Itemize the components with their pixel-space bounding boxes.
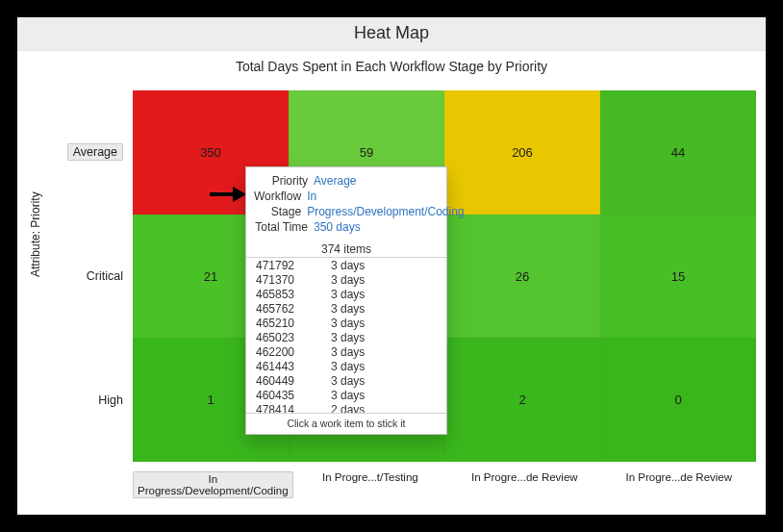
tooltip-item-list[interactable]: 4717923 days 4713703 days 4658533 days 4… [246,257,446,414]
chart-subtitle: Total Days Spent in Each Workflow Stage … [17,51,766,78]
x-axis-labels: In Progress/Development/Coding In Progre… [133,466,756,498]
heatmap-cell[interactable]: 2 [444,338,600,462]
y-label-critical[interactable]: Critical [87,269,123,283]
heatmap-cell[interactable]: 0 [600,338,756,462]
heatmap-cell[interactable]: 15 [600,215,756,339]
chart-frame: Heat Map Total Days Spent in Each Workfl… [17,17,766,515]
tooltip-priority-value: Average [314,173,356,189]
y-axis-title: Attribute: Priority [29,191,42,277]
heatmap-cell[interactable]: 26 [444,215,600,339]
y-label-high[interactable]: High [98,393,123,407]
x-label-testing[interactable]: In Progre...t/Testing [322,471,418,483]
heatmap-cell[interactable]: 206 [444,90,600,215]
list-item[interactable]: 4650233 days [246,331,446,345]
tooltip-priority-label: Priority [254,173,314,189]
list-item[interactable]: 4717923 days [246,259,446,273]
list-item[interactable]: 4652103 days [246,317,446,331]
list-item[interactable]: 4604353 days [246,389,446,403]
list-item[interactable]: 4604493 days [246,374,446,389]
list-item[interactable]: 4622003 days [246,345,446,360]
y-label-average[interactable]: Average [67,143,123,161]
tooltip-total-value: 350 days [314,219,361,235]
tooltip-item-count: 374 items [246,239,446,257]
heatmap-cell[interactable]: 44 [600,90,756,215]
list-item[interactable]: 4657623 days [246,302,446,317]
x-label-dev-coding[interactable]: In Progress/Development/Coding [133,471,293,498]
tooltip-workflow-label: Workflow Stage [254,189,307,219]
list-item[interactable]: 4713703 days [246,273,446,288]
tooltip-footer: Click a work item to stick it [246,414,446,434]
list-item[interactable]: 4784142 days [246,403,446,414]
x-label-review-2[interactable]: In Progre...de Review [625,471,732,483]
tooltip-total-label: Total Time [254,219,314,235]
list-item[interactable]: 4658533 days [246,288,446,302]
tooltip-workflow-value: In Progress/Development/Coding [307,189,464,219]
x-label-review-1[interactable]: In Progre...de Review [471,471,578,483]
page-title: Heat Map [17,17,766,51]
y-axis-labels: Average Critical High [75,90,131,462]
list-item[interactable]: 4614433 days [246,360,446,374]
heatmap-tooltip: Priority Average Workflow Stage In Progr… [245,166,447,435]
